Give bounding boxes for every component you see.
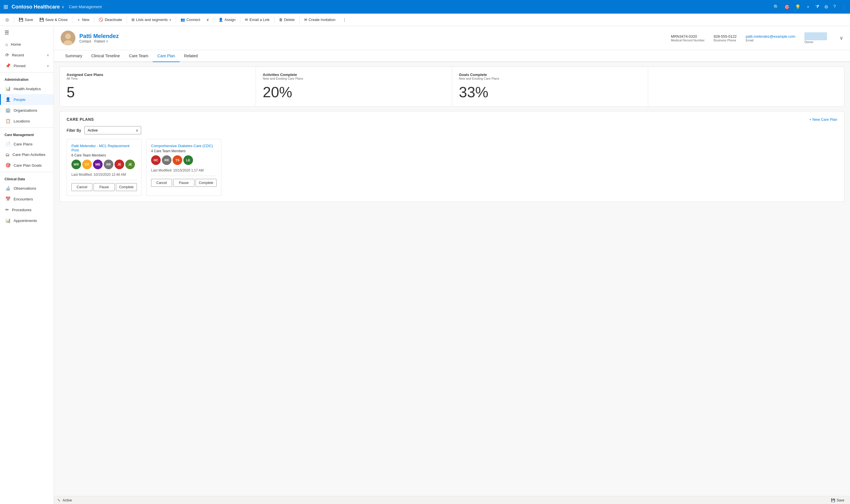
sidebar-item-home[interactable]: ⌂ Home — [0, 39, 54, 50]
status-icon-btn[interactable]: ⬤ — [2, 16, 12, 23]
target-icon[interactable]: 🎯 — [784, 4, 790, 10]
avatar-le: LE — [183, 155, 193, 165]
help-icon[interactable]: ? — [833, 4, 836, 10]
stat-card-assigned: Assigned Care Plans All Time 5 — [60, 67, 256, 106]
stat-card-activities: Activities Complete New and Existing Car… — [256, 67, 452, 106]
stat-card-empty — [648, 67, 844, 106]
cancel-button-1[interactable]: Cancel — [71, 183, 92, 191]
care-plan-name-1[interactable]: Patti Melendez - MCL Replacement Post — [71, 144, 137, 152]
complete-button-2[interactable]: Complete — [196, 179, 217, 187]
patient-type-arrow[interactable]: ∨ — [106, 39, 108, 43]
invitation-icon: ✉ — [304, 18, 307, 22]
owner-value[interactable] — [804, 32, 827, 40]
care-plan-cards: Patti Melendez - MCL Replacement Post 6 … — [67, 139, 837, 196]
create-invitation-button[interactable]: ✉ Create Invitation — [301, 16, 339, 23]
patient-mrn-field: MRN3474-0320 Medical Record Number — [671, 34, 705, 42]
stat-goals-sub: New and Existing Care Plans — [459, 77, 641, 80]
more-options-button[interactable]: ⋮ — [340, 16, 349, 23]
observations-label: Observations — [14, 186, 36, 191]
sidebar-item-health-analytics[interactable]: 📊 Health Analytics — [0, 83, 54, 94]
pause-button-2[interactable]: Pause — [173, 179, 194, 187]
new-button[interactable]: ＋ New — [74, 16, 92, 24]
phone-label: Business Phone — [714, 39, 737, 42]
sidebar-item-care-plan-activities[interactable]: 🗂 Care Plan Activities — [0, 149, 54, 160]
sidebar-item-encounters[interactable]: 📅 Encounters — [0, 194, 54, 204]
user-icon[interactable]: 👤 — [841, 4, 847, 10]
add-icon[interactable]: ＋ — [806, 4, 810, 10]
patient-type-label: Patient — [94, 39, 105, 43]
care-plan-name-2[interactable]: Comprehensive Diabetes Care (CDC) — [151, 144, 217, 148]
assign-button[interactable]: 👤 Assign — [216, 16, 238, 23]
activities-icon: 🗂 — [5, 152, 10, 157]
connect-dropdown-button[interactable]: ∨ — [203, 16, 212, 23]
expand-status-icon[interactable]: ⤡ — [57, 498, 60, 502]
tab-care-plan[interactable]: Care Plan — [153, 50, 179, 62]
health-analytics-label: Health Analytics — [14, 87, 41, 91]
sidebar-item-locations[interactable]: 📋 Locations — [0, 116, 54, 126]
toolbar-separator-8 — [274, 16, 274, 23]
sidebar-item-organizations[interactable]: 🏢 Organizations — [0, 105, 54, 116]
filter-label: Filter By — [67, 128, 81, 133]
care-plans-title: CARE PLANS — [67, 117, 94, 122]
settings-icon[interactable]: ⚙ — [824, 4, 828, 10]
sidebar-menu-icon[interactable]: ☰ — [0, 26, 54, 39]
patient-fields: MRN3474-0320 Medical Record Number 828-5… — [671, 32, 843, 44]
top-nav-right: 🔍 🎯 💡 ＋ ⧩ ⚙ ? 👤 — [774, 4, 847, 10]
avatar-ct: CT — [82, 160, 92, 169]
tab-related[interactable]: Related — [180, 50, 202, 62]
main-layout: ☰ ⌂ Home ⟳ Recent ∨ 📌 Pinned ∨ Administr… — [0, 26, 850, 504]
sidebar-item-care-plans[interactable]: 📄 Care Plans — [0, 139, 54, 149]
sidebar-item-pinned[interactable]: 📌 Pinned ∨ — [0, 60, 54, 71]
sidebar-item-appointments[interactable]: 📊 Appointments — [0, 215, 54, 226]
search-icon[interactable]: 🔍 — [774, 4, 779, 10]
phone-value: 828-555-0122 — [714, 34, 737, 39]
save-button[interactable]: 💾 Save — [16, 16, 36, 23]
status-save-button[interactable]: 💾 Save — [829, 498, 847, 503]
expand-patient-button[interactable]: ∨ — [839, 35, 843, 41]
pinned-arrow-icon: ∨ — [47, 64, 49, 68]
email-link-button[interactable]: ✉ Email a Link — [242, 16, 272, 23]
lightbulb-icon[interactable]: 💡 — [795, 4, 801, 10]
tab-clinical-timeline[interactable]: Clinical Timeline — [87, 50, 124, 62]
sidebar-item-procedures[interactable]: ✏ Procedures — [0, 204, 54, 215]
connect-button[interactable]: 👥 Connect — [178, 16, 203, 23]
status-text: Active — [62, 498, 72, 502]
lists-label: Lists and segments — [136, 18, 168, 22]
complete-button-1[interactable]: Complete — [116, 183, 137, 191]
avatar-ts: TS — [173, 155, 182, 165]
save-close-button[interactable]: 💾 Save & Close — [37, 16, 71, 23]
stat-goals-title: Goals Complete — [459, 73, 641, 77]
stat-assigned-value: 5 — [67, 85, 249, 100]
sidebar-item-observations[interactable]: 🔬 Observations — [0, 183, 54, 194]
sidebar-item-people[interactable]: 👤 People — [0, 94, 54, 105]
patient-header: Patti Melendez Contact · Patient ∨ MRN34… — [54, 26, 850, 50]
cancel-button-2[interactable]: Cancel — [151, 179, 172, 187]
care-team-count-2: 4 Care Team Members — [151, 149, 217, 153]
deactivate-button[interactable]: 🚫 Deactivate — [96, 16, 125, 23]
save-icon: 💾 — [19, 18, 23, 22]
org-icon: 🏢 — [5, 108, 11, 113]
patient-phone-field: 828-555-0122 Business Phone — [714, 34, 737, 42]
toolbar-separator-9 — [299, 16, 300, 23]
tab-summary[interactable]: Summary — [61, 50, 87, 62]
lists-segments-button[interactable]: ⊞ Lists and segments ∨ — [129, 16, 174, 23]
patient-owner-field: Owner — [804, 32, 827, 44]
sidebar-divider-3 — [0, 172, 54, 172]
patient-name[interactable]: Patti Melendez — [79, 33, 119, 39]
tab-care-team[interactable]: Care Team — [124, 50, 153, 62]
avatar-mb: MB — [93, 160, 103, 169]
sidebar-item-recent[interactable]: ⟳ Recent ∨ — [0, 50, 54, 60]
delete-button[interactable]: 🗑 Delete — [276, 16, 297, 23]
waffle-icon[interactable]: ⊞ — [3, 3, 8, 10]
patient-type: Contact · Patient ∨ — [79, 39, 119, 43]
filter-select[interactable]: Active Inactive All — [85, 126, 141, 134]
avatar-je1: JE — [114, 160, 124, 169]
email-value: patti.melendez@example.com — [746, 34, 795, 39]
lists-arrow-icon: ∨ — [169, 18, 171, 21]
connect-dropdown-icon: ∨ — [206, 18, 209, 22]
filter-icon[interactable]: ⧩ — [815, 4, 819, 10]
appointments-label: Appointments — [14, 219, 37, 223]
pause-button-1[interactable]: Pause — [93, 183, 114, 191]
sidebar-item-care-plan-goals[interactable]: 🎯 Care Plan Goals — [0, 160, 54, 170]
new-care-plan-button[interactable]: + New Care Plan — [809, 118, 837, 122]
